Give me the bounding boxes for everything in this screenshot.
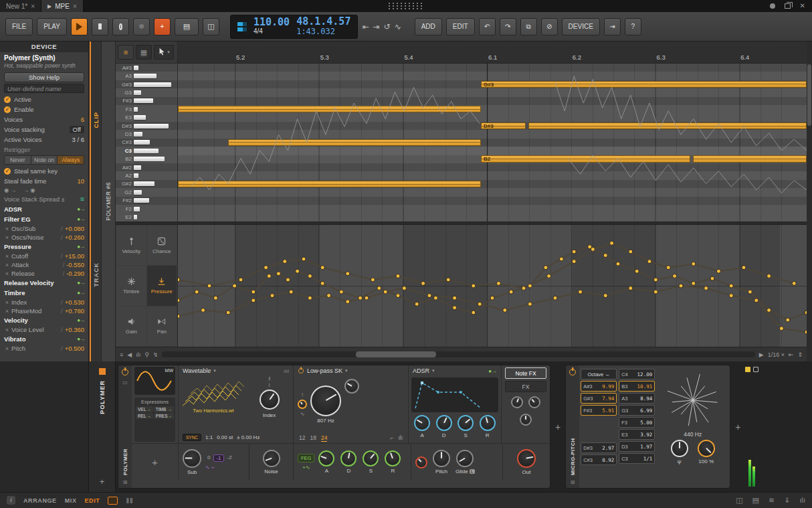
expand-icon[interactable]: ▭	[122, 379, 128, 386]
audition-icon[interactable]: ↯	[153, 351, 159, 358]
retrigger-option-never[interactable]: Never	[5, 156, 31, 164]
sub-wave-icons[interactable]: ∿⌁	[205, 464, 234, 471]
remove-mod-icon[interactable]: ×	[5, 270, 9, 277]
mod-source-header[interactable]: Pressure●→	[0, 242, 88, 252]
remove-mod-icon[interactable]: ×	[5, 308, 9, 315]
remote-controls-icon[interactable]: ⊞	[123, 479, 128, 485]
inspector-field[interactable]: Voices6	[0, 114, 88, 124]
wavetable-display[interactable]: Two Harmonics.wt	[181, 376, 245, 432]
envelope-display[interactable]	[411, 377, 498, 412]
pitch-cell-D3[interactable]: D31.97	[619, 441, 655, 452]
scrollbar-thumb[interactable]	[356, 351, 436, 357]
piano-key-D3[interactable]: D3	[116, 130, 177, 138]
clip-cell-yellow[interactable]	[745, 367, 750, 372]
scroll-right-icon[interactable]: ▶	[759, 351, 764, 358]
expression-chip-rel[interactable]: REL→	[136, 413, 153, 419]
play-menu-button[interactable]: PLAY	[37, 18, 67, 35]
key-level-bar[interactable]	[134, 107, 138, 112]
display-profile-icon[interactable]: ◫	[736, 496, 742, 505]
download-icon[interactable]: ⇓	[784, 496, 790, 505]
mod-amount-value[interactable]: +0.260	[65, 234, 84, 241]
piano-key-Fs3[interactable]: F#3	[116, 97, 177, 105]
mod-source-header[interactable]: Velocity●→	[0, 315, 88, 325]
insert-device-icon[interactable]: +	[555, 422, 561, 432]
midi-note[interactable]	[178, 181, 481, 188]
zoom-icon[interactable]: ⇕	[797, 351, 803, 358]
append-device-icon[interactable]: +	[735, 422, 740, 432]
project-tab-mpe[interactable]: ▶ MPE ×	[41, 0, 84, 12]
pointer-tool-button[interactable]: ▾	[154, 45, 174, 60]
remove-mod-icon[interactable]: ×	[5, 299, 9, 306]
mod-target-row[interactable]: ×Release/-0.290	[0, 269, 88, 278]
pressure-mod-knob[interactable]	[520, 414, 532, 426]
fine-tune-value[interactable]: ± 0.00 Hz	[237, 434, 260, 440]
remove-mod-icon[interactable]: ×	[5, 262, 9, 268]
grid-resolution-label[interactable]: 1/16 ×	[768, 351, 785, 358]
mod-source-icon[interactable]: ●→	[488, 368, 497, 374]
keytrack-icon[interactable]: ⚷	[268, 376, 271, 382]
key-level-bar[interactable]	[134, 149, 159, 153]
mod-source-header[interactable]: Timbre●→	[0, 288, 88, 298]
notes-view-tab[interactable]: ≡	[118, 45, 134, 60]
mod-amount-value[interactable]: +0.360	[65, 326, 84, 333]
stop-button[interactable]	[92, 18, 108, 35]
piano-key-Fs2[interactable]: F#2	[116, 197, 177, 205]
steal-fade-time-field[interactable]: Steal fade time10	[0, 176, 88, 186]
piano-key-C3[interactable]: C3	[116, 147, 177, 155]
groove-icon[interactable]: ∿	[395, 22, 401, 31]
drive-knob[interactable]	[298, 400, 307, 409]
key-level-bar[interactable]	[134, 90, 141, 95]
modulation-routing-icons[interactable]: ◉→ →◉	[0, 186, 88, 194]
sub-octave--2[interactable]: -2	[225, 454, 234, 462]
play-button[interactable]	[71, 18, 88, 35]
view-switch-mix[interactable]: MIX	[65, 497, 77, 504]
wavetable-file-name[interactable]: Two Harmonics.wt	[181, 408, 245, 414]
slope-24-button[interactable]: 24	[321, 434, 327, 442]
semitone-value[interactable]: 0.00 st	[217, 434, 233, 440]
piano-key-F2[interactable]: F2	[116, 205, 177, 213]
pitch-cell-As3[interactable]: A#39.99	[581, 381, 617, 392]
midi-note[interactable]: D#3	[481, 122, 526, 130]
mod-curve-icon[interactable]: /	[61, 307, 63, 315]
pitch-cell-C3[interactable]: C31/1	[619, 453, 655, 464]
mute-tool-icon[interactable]: ılı	[136, 351, 140, 358]
midi-note[interactable]: G#3	[481, 81, 807, 88]
knob-dial[interactable]	[480, 415, 496, 431]
piano-key-G3[interactable]: G3	[116, 88, 177, 96]
env-s-knob[interactable]: S	[458, 415, 474, 438]
fx-tab-fx[interactable]: FX	[505, 381, 546, 392]
pitch-cell-C4[interactable]: C412.00	[619, 369, 655, 379]
micro-pitch-device[interactable]: MICRO-PITCH ⊞ Octave →A#39.99G#37.94F#35…	[565, 365, 730, 489]
add-modulator-slot[interactable]: +	[132, 444, 179, 481]
knob-dial[interactable]	[363, 450, 379, 467]
edited-track-strip[interactable]: POLYMER #6	[102, 41, 116, 361]
lane-button-pressure[interactable]: Pressure	[147, 266, 177, 305]
env-type-selector[interactable]: ADSR	[413, 367, 429, 374]
mod-amount-value[interactable]: +0.080	[65, 225, 84, 232]
enable-toggle[interactable]: ✓Enable	[0, 104, 88, 114]
piano-key-F3[interactable]: F3	[116, 105, 177, 113]
mod-target-row[interactable]: ×Osc/Sub/+0.080	[0, 224, 88, 233]
pitch-cell-E3[interactable]: E33.92	[619, 429, 655, 440]
keytrack-toggle-icon[interactable]: ⌐	[390, 434, 393, 441]
knife-tool-icon[interactable]: ⚲	[144, 351, 149, 358]
expression-chip-pres[interactable]: PRES→	[154, 413, 174, 419]
retrigger-option-noteon[interactable]: Note on	[31, 156, 58, 164]
amount-knob[interactable]	[698, 440, 715, 457]
zoom-fit-icon[interactable]: ⇤	[789, 351, 794, 358]
remove-mod-icon[interactable]: ×	[5, 345, 9, 352]
lane-button-velocity[interactable]: Velocity	[116, 226, 146, 265]
midi-note[interactable]	[528, 122, 807, 130]
record-button[interactable]	[112, 18, 129, 35]
mod-curve-icon[interactable]: /	[62, 270, 64, 277]
resonance-knob[interactable]	[344, 379, 359, 394]
sub-octave-0[interactable]: 0	[205, 454, 212, 462]
vscrollbar-thumb[interactable]	[807, 64, 811, 126]
glide-legato-badge[interactable]: L	[470, 469, 475, 474]
field-value[interactable]: Off	[70, 126, 85, 133]
lane-button-chance[interactable]: Chance	[147, 226, 177, 265]
key-level-bar[interactable]	[134, 165, 141, 170]
delete-button[interactable]: ⊘	[541, 18, 558, 35]
restore-window-icon[interactable]	[785, 3, 791, 9]
tempo-value[interactable]: 110.00	[253, 17, 290, 28]
